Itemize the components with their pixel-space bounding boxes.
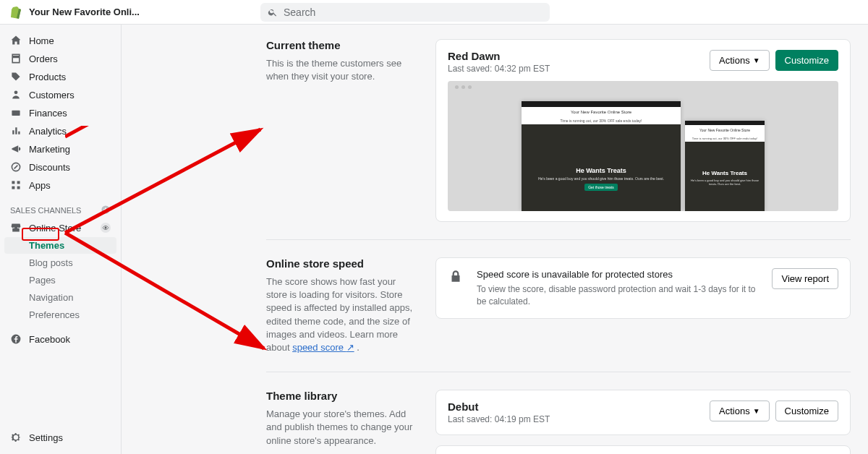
sales-channels-header: SALES CHANNELS	[4, 194, 116, 219]
preview-store-name-mobile: Your New Favorite Online Store	[685, 125, 765, 135]
sub-label: Preferences	[29, 309, 80, 320]
actions-button[interactable]: Actions ▼	[710, 401, 770, 421]
megaphone-icon	[10, 143, 22, 155]
preview-hero-title: He Wants Treats	[576, 167, 626, 174]
sidebar: Home Orders Products Customers Finances …	[0, 25, 122, 454]
sidebar-item-products[interactable]: Products	[4, 68, 116, 85]
svg-point-8	[105, 227, 107, 229]
discount-icon	[10, 161, 22, 173]
speed-card: Speed score is unavailable for protected…	[435, 257, 851, 319]
library-title: Theme library	[266, 390, 418, 402]
btn-label: Customize	[785, 55, 829, 66]
shopify-logo-icon	[9, 6, 22, 19]
sidebar-subitem-preferences[interactable]: Preferences	[4, 307, 116, 323]
sidebar-subitem-pages[interactable]: Pages	[4, 272, 116, 288]
sidebar-item-facebook[interactable]: Facebook	[4, 330, 116, 348]
nav-label: Marketing	[29, 144, 70, 155]
store-name[interactable]: Your New Favorite Onli...	[29, 7, 246, 17]
preview-hero-title-m: He Wants Treats	[702, 170, 747, 176]
sidebar-item-finances[interactable]: Finances	[4, 104, 116, 121]
theme-name: Red Dawn	[448, 50, 550, 62]
add-channel-icon[interactable]	[101, 205, 111, 216]
sidebar-subitem-blog[interactable]: Blog posts	[4, 254, 116, 271]
sub-label: Blog posts	[29, 257, 73, 268]
chevron-down-icon: ▼	[753, 407, 760, 415]
library-theme-card: Debut Last saved: 04:19 pm EST Actions ▼…	[435, 390, 851, 435]
lock-icon	[448, 268, 465, 286]
sidebar-item-online-store[interactable]: Online Store	[4, 219, 116, 236]
nav-label: Orders	[29, 53, 58, 64]
channels-title: SALES CHANNELS	[10, 206, 81, 215]
theme-meta: Last saved: 04:32 pm EST	[448, 64, 550, 74]
search-icon	[268, 7, 278, 17]
sidebar-subitem-themes[interactable]: Themes	[4, 237, 116, 254]
customize-button[interactable]: Customize	[775, 401, 838, 421]
nav-label: Discounts	[29, 162, 70, 173]
orders-icon	[10, 53, 22, 64]
svg-rect-5	[12, 187, 14, 189]
sub-label: Navigation	[29, 292, 73, 303]
theme-name: Debut	[448, 401, 550, 413]
nav-label: Analytics	[29, 126, 67, 137]
nav-label: Products	[29, 72, 66, 82]
analytics-icon	[10, 125, 22, 137]
svg-point-0	[14, 90, 18, 94]
sidebar-item-home[interactable]: Home	[4, 32, 116, 49]
svg-rect-6	[17, 187, 20, 189]
svg-rect-1	[12, 111, 20, 116]
current-theme-card: Red Dawn Last saved: 04:32 pm EST Action…	[435, 39, 851, 222]
sidebar-item-analytics[interactable]: Analytics	[4, 122, 116, 140]
tag-icon	[10, 71, 22, 82]
search-placeholder: Search	[284, 7, 315, 18]
sidebar-item-orders[interactable]: Orders	[4, 50, 116, 67]
nav-label: Home	[29, 35, 54, 46]
main-content: Current theme This is the theme customer…	[122, 25, 868, 454]
external-icon: ↗	[346, 342, 354, 353]
topbar: Your New Favorite Onli... Search	[0, 0, 868, 25]
browser-dots-icon	[455, 85, 472, 89]
nav-label: Customers	[29, 90, 75, 100]
sub-label: Pages	[29, 275, 56, 286]
person-icon	[10, 89, 22, 100]
gear-icon	[10, 432, 22, 443]
sidebar-subitem-navigation[interactable]: Navigation	[4, 289, 116, 306]
home-icon	[10, 35, 22, 46]
nav-label: Apps	[29, 180, 51, 191]
speed-card-desc: To view the score, disable password prot…	[477, 284, 756, 307]
speed-card-title: Speed score is unavailable for protected…	[477, 268, 760, 281]
search-input[interactable]: Search	[260, 3, 550, 22]
preview-hero-sub-m: He's been a good boy and you should give…	[689, 179, 760, 186]
apps-icon	[10, 179, 22, 191]
current-theme-desc: This is the theme customers see when the…	[266, 57, 418, 83]
speed-score-link[interactable]: speed score ↗	[292, 342, 354, 353]
svg-rect-3	[12, 181, 14, 184]
finances-icon	[10, 107, 22, 119]
nav-label: Finances	[29, 108, 67, 119]
actions-button[interactable]: Actions▼	[710, 50, 770, 71]
library-theme-card: Dawn Last saved: Dec 21, 2021 Actions ▼ …	[435, 445, 851, 454]
theme-meta: Last saved: 04:19 pm EST	[448, 414, 550, 424]
btn-label: Customize	[785, 406, 829, 416]
sub-label: Themes	[29, 240, 64, 251]
sidebar-item-settings[interactable]: Settings	[4, 429, 116, 446]
store-icon	[10, 222, 22, 234]
speed-title: Online store speed	[266, 257, 418, 270]
view-report-button[interactable]: View report	[772, 268, 838, 289]
nav-label: Settings	[29, 432, 63, 443]
sidebar-item-apps[interactable]: Apps	[4, 176, 116, 194]
sidebar-item-marketing[interactable]: Marketing	[4, 140, 116, 158]
nav-label: Online Store	[29, 223, 81, 234]
theme-preview: Your New Favorite Online Store Time is r…	[448, 81, 838, 211]
library-desc: Manage your store's themes. Add and publ…	[266, 408, 418, 447]
preview-store-name: Your New Favorite Online Store	[522, 107, 681, 117]
btn-label: Actions	[719, 406, 750, 416]
view-store-icon[interactable]	[101, 223, 111, 233]
link-text: speed score	[292, 342, 344, 353]
sidebar-item-discounts[interactable]: Discounts	[4, 158, 116, 176]
chevron-down-icon: ▼	[753, 56, 760, 64]
facebook-icon	[10, 333, 22, 345]
btn-label: View report	[781, 273, 829, 284]
btn-label: Actions	[719, 55, 750, 66]
customize-button[interactable]: Customize	[775, 50, 838, 71]
sidebar-item-customers[interactable]: Customers	[4, 86, 116, 103]
